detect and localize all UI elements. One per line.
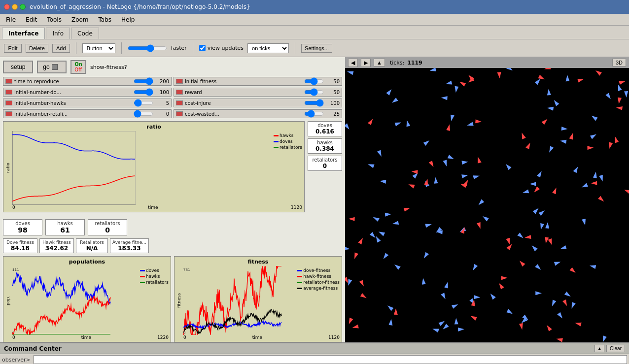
slider-label-2: initial-number-do... (14, 90, 132, 95)
ticks-label: ticks: (390, 60, 404, 66)
view-updates-label: view updates (199, 45, 244, 51)
pop-chart-canvas (12, 266, 111, 335)
maximize-button[interactable] (20, 4, 26, 10)
ratio-monitors: doves 0.616 hawks 0.384 retaliators 0 (308, 121, 342, 216)
ratio-chart-canvas (12, 131, 136, 205)
command-input-row: observer> (0, 354, 629, 364)
menu-zoom[interactable]: Zoom (68, 15, 93, 24)
command-expand-button[interactable]: ▲ (594, 345, 604, 352)
sim-topbar: ◀ ▶ ▲ ticks: 1119 3D (345, 57, 629, 68)
toolbar: Edit Delete Add Button Slider Switch Mon… (0, 39, 629, 57)
monitor-doves-count-label: doves (6, 221, 39, 226)
slider-input-6[interactable] (134, 111, 153, 117)
element-type-select[interactable]: Button Slider Switch Monitor Plot (82, 43, 115, 53)
sim-world (345, 68, 629, 342)
view-updates-checkbox[interactable] (199, 45, 206, 51)
slider-input-4[interactable] (134, 100, 153, 106)
bottom-charts-row: populations pop. doves hawks retaliators… (3, 256, 342, 342)
slider-val-6: 0 (155, 111, 169, 117)
close-button[interactable] (4, 4, 10, 10)
monitor-dove-fitness-value: 84.18 (5, 245, 35, 252)
show-fitness-label: show-fitness? (90, 64, 127, 70)
menu-tools[interactable]: Tools (43, 15, 66, 24)
monitor-retaliators-fitness-value: N/A (78, 245, 105, 252)
slider-icon-3 (176, 90, 183, 95)
menu-edit[interactable]: Edit (22, 15, 41, 24)
monitor-hawks-count-value: 61 (49, 226, 81, 234)
slider-val-2: 100 (155, 90, 169, 95)
slider-val-5: 100 (326, 100, 340, 106)
command-input[interactable] (34, 355, 627, 364)
monitor-hawks-ratio-value: 0.384 (311, 145, 339, 152)
go-button[interactable]: go (37, 61, 67, 73)
ratio-x-axis: 0 time 1120 (5, 205, 302, 210)
nav-right-button[interactable]: ▶ (361, 59, 371, 67)
ratio-chart-title: ratio (5, 124, 302, 130)
controls-row: setup go On Off show-fitness? (3, 60, 342, 74)
monitor-dove-fitness-label: Dove fitness (5, 240, 35, 245)
delete-button[interactable]: Delete (26, 44, 48, 53)
minimize-button[interactable] (12, 4, 18, 10)
slider-input-5[interactable] (304, 100, 324, 106)
monitor-doves-ratio-label: doves (311, 123, 339, 128)
go-indicator (52, 64, 58, 70)
pop-x-label: time (81, 335, 91, 340)
setup-button[interactable]: setup (3, 61, 33, 73)
slider-input-2[interactable] (134, 89, 153, 95)
tab-code[interactable]: Code (71, 28, 99, 39)
command-center-buttons: ▲ Clear (594, 345, 625, 352)
settings-button[interactable]: Settings... (301, 44, 332, 53)
add-button[interactable]: Add (52, 44, 70, 53)
tab-interface[interactable]: Interface (2, 28, 45, 39)
pop-y-label: pop. (5, 266, 10, 335)
slider-label-3: reward (185, 90, 302, 95)
slider-label-0: time-to-reproduce (14, 79, 132, 84)
slider-icon-2 (5, 90, 12, 95)
tab-info[interactable]: Info (46, 28, 70, 39)
update-mode-select[interactable]: on ticks continuous (247, 43, 289, 53)
slider-reward: reward 50 (174, 88, 342, 97)
nav-left-button[interactable]: ◀ (348, 59, 358, 67)
slider-label-6: initial-number-retali... (14, 111, 132, 117)
menu-tabs[interactable]: Tabs (95, 15, 116, 24)
slider-val-7: 25 (326, 111, 340, 117)
monitor-hawk-fitness-value: 342.62 (42, 245, 71, 252)
slider-label-5: cost-injure (185, 100, 302, 106)
slider-cost-injure: cost-injure 100 (174, 99, 342, 107)
monitor-hawks-count: hawks 61 (45, 219, 85, 235)
monitor-hawk-fitness-label: Hawk fitness (42, 240, 71, 245)
monitor-average-fitness-label: Average fitne... (112, 240, 146, 245)
ratio-x-label: time (148, 205, 158, 210)
menu-help[interactable]: Help (117, 15, 139, 24)
slider-input-3[interactable] (304, 89, 324, 95)
slider-input-7[interactable] (304, 111, 324, 117)
monitor-hawks-ratio-label: hawks (311, 140, 339, 145)
monitor-retaliators-count-value: 0 (91, 226, 124, 234)
fitness-chart-canvas (183, 266, 282, 335)
left-panel: setup go On Off show-fitness? time-to-re… (0, 57, 345, 342)
slider-input-1[interactable] (304, 78, 324, 84)
slider-initial-number-hawks: initial-number-hawks 5 (3, 99, 172, 107)
edit-button[interactable]: Edit (4, 44, 22, 53)
slider-initial-number-retaliators: initial-number-retali... 0 (3, 109, 172, 118)
speed-slider[interactable] (128, 45, 167, 51)
fitness-monitors-row: Dove fitness 84.18 Hawk fitness 342.62 R… (3, 238, 342, 253)
slider-val-4: 5 (155, 100, 169, 106)
titlebar: evolution_of_aggression - NetLogo {/home… (0, 0, 629, 14)
show-fitness-switch[interactable]: On Off (70, 60, 86, 74)
command-clear-button[interactable]: Clear (606, 345, 625, 352)
nav-up-button[interactable]: ▲ (374, 59, 385, 66)
slider-input-0[interactable] (134, 78, 153, 84)
monitor-hawk-fitness: Hawk fitness 342.62 (39, 238, 74, 253)
menu-file[interactable]: File (2, 15, 20, 24)
slider-time-to-reproduce: time-to-reproduce 200 (3, 77, 172, 86)
3d-button[interactable]: 3D (612, 59, 626, 66)
command-center-title: Command Center (4, 345, 62, 352)
fitness-chart: fitness fitness dove-fitness hawk-fitnes… (174, 256, 342, 342)
switch-on-label: On (74, 62, 82, 67)
separator-2 (121, 42, 122, 54)
slider-val-0: 200 (155, 79, 169, 84)
fitness-y-label: fitness (176, 266, 181, 335)
monitor-retaliators-ratio: retaliators 0 (308, 156, 342, 171)
slider-initial-number-doves: initial-number-do... 100 (3, 88, 172, 97)
